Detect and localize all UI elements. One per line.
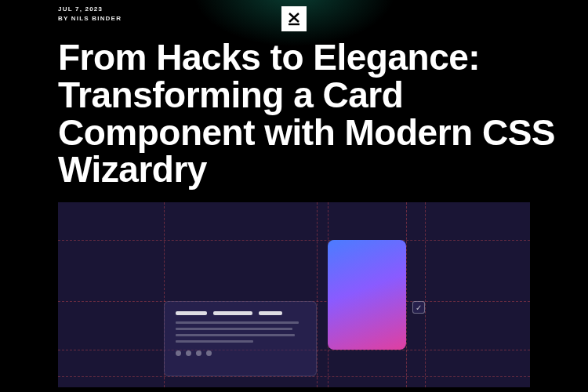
- grid-line: [58, 240, 530, 241]
- mock-card-dots: [176, 350, 305, 356]
- grid-line: [317, 202, 318, 387]
- grid-line: [58, 376, 530, 377]
- site-logo[interactable]: [281, 6, 307, 31]
- grid-line: [425, 202, 426, 387]
- grid-line: [406, 202, 407, 387]
- mock-card-heading: [176, 311, 305, 315]
- x-underline-icon: [286, 11, 302, 27]
- mock-card-checkbox: ✓: [412, 301, 425, 314]
- article-date: JUL 7, 2023: [58, 5, 122, 14]
- article-byline: BY NILS BINDER: [58, 14, 122, 24]
- mock-card-text: [164, 301, 317, 376]
- mock-card-image: [328, 240, 406, 350]
- article-title: From Hacks to Elegance: Transforming a C…: [58, 39, 557, 189]
- hero-illustration: ✓: [58, 202, 530, 387]
- article-meta: JUL 7, 2023 BY NILS BINDER: [58, 5, 122, 24]
